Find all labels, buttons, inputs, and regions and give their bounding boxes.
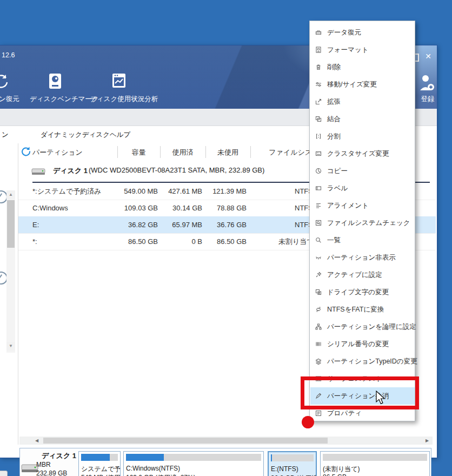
refresh-icon[interactable]	[21, 146, 31, 158]
cell-used: 65.97 MB	[160, 216, 202, 233]
menu-item-label: 一覧	[327, 232, 341, 249]
menu-item-change-serial[interactable]: シリアル番号の変更	[310, 335, 415, 353]
menu-item-filesystem-check[interactable]: ファイルシステムチェック	[310, 214, 415, 232]
menu-item-format[interactable]: フォーマット	[310, 41, 415, 58]
scroll-right-button[interactable]: ▶	[423, 437, 431, 445]
menu-item-label: アクティブに設定	[327, 266, 382, 283]
menu-item-move-resize[interactable]: 移動/サイズ変更	[310, 76, 415, 93]
partition-label: E:(NTFS)	[271, 465, 298, 473]
usage-bar	[126, 454, 261, 461]
cell-partition: *:システムで予約済み	[32, 183, 102, 200]
sliders-icon	[315, 81, 322, 88]
scroll-left-button[interactable]: ◀	[32, 437, 41, 445]
partition-recovery-icon[interactable]	[0, 72, 9, 91]
menu-item-label: ドライブ文字の変更	[327, 283, 389, 301]
register-button-label[interactable]: 登録	[418, 95, 437, 104]
column-header-partition[interactable]: パーティション	[32, 145, 83, 160]
cell-partition: C:Windows	[32, 200, 68, 216]
column-separator	[205, 146, 206, 158]
disk-benchmark-icon[interactable]	[48, 72, 63, 92]
column-header-used[interactable]: 使用済	[160, 145, 205, 160]
pin-icon	[315, 271, 322, 279]
cell-unused: 36.76 GB	[205, 216, 247, 233]
vertical-scrollbar-thumb[interactable]	[7, 200, 15, 248]
extend-icon	[315, 98, 322, 105]
closed-eye-icon	[315, 254, 322, 261]
menu-item-hide-partition[interactable]: パーティション非表示	[310, 249, 415, 266]
menu-item-label: フォーマット	[327, 41, 368, 58]
partition-box-c-windows[interactable]: C:Windows(NTFS) 109.0 GB (使用済: 27%)	[123, 451, 264, 476]
column-header-capacity[interactable]: 容量	[117, 145, 160, 160]
partition-label: C:Windows(NTFS)	[126, 465, 180, 472]
menu-bar-item-dynamic-disk[interactable]: ダイナミックディスク	[41, 126, 110, 143]
cell-capacity: 549.00 MB	[117, 183, 158, 200]
menu-item-data-recovery[interactable]: データ復元	[310, 24, 415, 41]
convert-cycle-icon	[315, 306, 322, 313]
partition-size: 36.8 GB (使用済	[271, 474, 317, 476]
disk-group-details: (WDC WD2500BEVT-08A23T1 SATA, MBR, 232.8…	[89, 166, 264, 174]
column-separator	[160, 146, 161, 158]
partition-label: (未割り当て)	[323, 465, 360, 474]
menu-item-merge[interactable]: 結合	[310, 110, 415, 128]
magnifier-icon	[315, 236, 322, 244]
menu-item-label: 結合	[327, 110, 341, 128]
menu-bar-item-help[interactable]: ヘルプ	[110, 126, 130, 143]
disk-usage-analysis-icon[interactable]	[111, 72, 127, 91]
horizontal-scrollbar-thumb[interactable]	[43, 438, 328, 444]
menu-item-extend[interactable]: 拡張	[310, 93, 415, 110]
column-separator	[250, 146, 251, 158]
menu-item-label-edit[interactable]: ラベル	[310, 180, 415, 197]
barcode-icon	[315, 340, 322, 348]
panel-disk-name: ディスク 1	[42, 451, 76, 461]
partition-box-unallocated[interactable]: (未割り当て) 86.5 GB	[320, 451, 430, 476]
partition-box-system-reserved[interactable]: システムで予約 549 MB (使用	[78, 451, 121, 476]
menu-item-cluster-size[interactable]: クラスタサイズ変更	[310, 145, 415, 162]
menu-item-label: クラスタサイズ変更	[327, 145, 389, 162]
sidebar-partial-button[interactable]	[0, 471, 8, 476]
menu-item-change-typeid[interactable]: パーティションTypeIDの変更	[310, 353, 415, 370]
horizontal-scrollbar[interactable]: ◀ ▶	[19, 437, 433, 445]
menu-item-copy[interactable]: コピー	[310, 162, 415, 180]
close-button[interactable]: ✕	[423, 51, 434, 61]
disk-visualization-panel: ディスク 1 MBR 232.89 GB システムで予約 549 MB (使用 …	[19, 448, 431, 476]
column-header-unused[interactable]: 未使用	[205, 145, 250, 160]
cell-unused: 121.39 MB	[205, 183, 247, 200]
drive-letter-icon	[315, 288, 322, 296]
scroll-down-button[interactable]: ▼	[6, 342, 15, 351]
menu-item-delete[interactable]: 削除	[310, 58, 415, 76]
menu-item-change-drive-letter[interactable]: ドライブ文字の変更	[310, 283, 415, 301]
toolbar-item-label[interactable]: ン復元	[0, 95, 19, 104]
split-icon	[315, 133, 322, 140]
menu-item-set-logical[interactable]: パーティションを論理に設定	[310, 318, 415, 335]
cell-partition: *:	[32, 233, 37, 250]
scroll-up-button[interactable]: ▲	[6, 190, 15, 199]
cell-used: 0 B	[160, 233, 202, 250]
cell-used: 427.61 MB	[160, 183, 202, 200]
menu-item-set-active[interactable]: アクティブに設定	[310, 266, 415, 283]
menu-item-label: ラベル	[327, 180, 348, 197]
usage-bar	[323, 454, 427, 461]
mouse-cursor	[375, 391, 387, 408]
trash-icon	[315, 63, 322, 71]
menu-item-label: パーティションTypeIDの変更	[327, 353, 417, 370]
menu-bar-item-partial[interactable]: ン	[2, 126, 9, 143]
merge-icon	[315, 115, 322, 123]
partition-box-e-selected[interactable]: E:(NTFS) 36.8 GB (使用済	[268, 451, 317, 476]
toolbar-item-label[interactable]: ディスクベンチマーク	[30, 95, 82, 104]
usage-bar	[271, 454, 314, 461]
menu-item-label: パーティション非表示	[327, 249, 396, 266]
menu-item-label: コピー	[327, 162, 348, 180]
disk-group-name: ディスク 1	[53, 166, 88, 176]
menu-item-split[interactable]: 分割	[310, 128, 415, 145]
cluster-size-icon	[315, 150, 322, 157]
partition-label: システムで予約	[81, 465, 121, 474]
menu-item-label: 移動/サイズ変更	[327, 76, 377, 93]
label-icon	[315, 184, 322, 192]
menu-item-explore[interactable]: 一覧	[310, 232, 415, 249]
menu-item-convert-ntfs-fat[interactable]: NTFSをFATに変換	[310, 301, 415, 318]
register-user-icon[interactable]	[420, 74, 435, 95]
layers-icon	[315, 358, 322, 365]
toolbar-item-label[interactable]: ディスク使用状況分析	[90, 95, 150, 104]
disk-drive-icon	[31, 168, 45, 178]
menu-item-alignment[interactable]: アライメント	[310, 197, 415, 214]
